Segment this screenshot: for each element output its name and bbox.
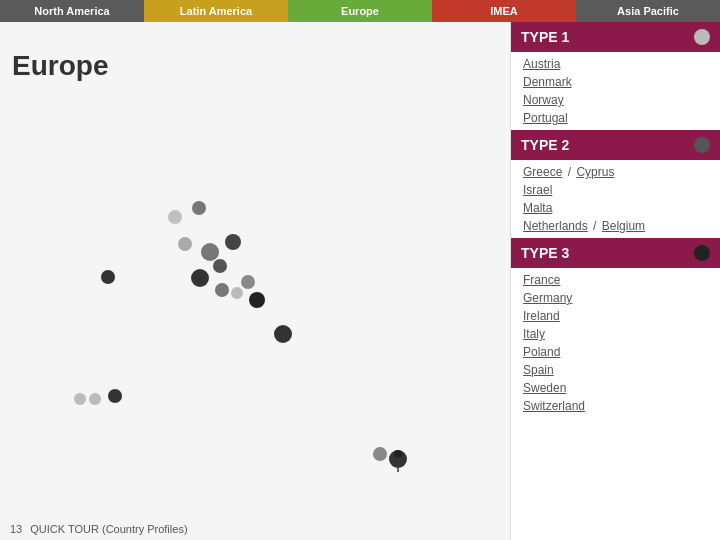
- country-ireland[interactable]: Ireland: [523, 307, 708, 325]
- dot-type3-1: [249, 292, 265, 308]
- nav-latin-america[interactable]: Latin America: [144, 0, 288, 22]
- type1-label: TYPE 1: [521, 29, 569, 45]
- country-netherlands: Netherlands: [523, 219, 588, 233]
- nav-north-america[interactable]: North America: [0, 0, 144, 22]
- dot-type2-3: [225, 234, 241, 250]
- dot-type2-8: [241, 275, 255, 289]
- nav-imea[interactable]: IMEA: [432, 0, 576, 22]
- country-malta[interactable]: Malta: [523, 199, 708, 217]
- dot-type3-2: [101, 270, 115, 284]
- dot-large-1: [274, 325, 292, 343]
- dot-type2-1: [178, 237, 192, 251]
- country-norway[interactable]: Norway: [523, 91, 708, 109]
- sidebar: TYPE 1 Austria Denmark Norway Portugal T…: [510, 22, 720, 540]
- country-portugal[interactable]: Portugal: [523, 109, 708, 127]
- dot-small-3: [108, 389, 122, 403]
- country-group-greece-cyprus[interactable]: Greece / Cyprus: [523, 163, 708, 181]
- dot-type2-7: [231, 287, 243, 299]
- nav-europe[interactable]: Europe: [288, 0, 432, 22]
- country-spain[interactable]: Spain: [523, 361, 708, 379]
- quick-tour-label[interactable]: QUICK TOUR (Country Profiles): [30, 523, 187, 535]
- slash-2: /: [590, 219, 600, 233]
- nav-asia-pacific[interactable]: Asia Pacific: [576, 0, 720, 22]
- bottom-bar: 13 QUICK TOUR (Country Profiles): [0, 518, 510, 540]
- dot-type2-5: [191, 269, 209, 287]
- country-poland[interactable]: Poland: [523, 343, 708, 361]
- country-greece: Greece: [523, 165, 562, 179]
- type1-dot: [694, 29, 710, 45]
- dot-small-2: [89, 393, 101, 405]
- pin-dot: [394, 450, 402, 458]
- page-number: 13: [10, 523, 22, 535]
- type2-header: TYPE 2: [511, 130, 720, 160]
- dot-type1-2: [192, 201, 206, 215]
- country-france[interactable]: France: [523, 271, 708, 289]
- country-israel[interactable]: Israel: [523, 181, 708, 199]
- dot-type1-1: [168, 210, 182, 224]
- top-navigation: North America Latin America Europe IMEA …: [0, 0, 720, 22]
- type2-country-list: Greece / Cyprus Israel Malta Netherlands…: [511, 160, 720, 238]
- dot-type2-4: [213, 259, 227, 273]
- type3-label: TYPE 3: [521, 245, 569, 261]
- country-cyprus: Cyprus: [576, 165, 614, 179]
- type3-header: TYPE 3: [511, 238, 720, 268]
- type3-dot: [694, 245, 710, 261]
- map-svg: [0, 22, 510, 518]
- type3-country-list: France Germany Ireland Italy Poland Spai…: [511, 268, 720, 418]
- country-austria[interactable]: Austria: [523, 55, 708, 73]
- country-italy[interactable]: Italy: [523, 325, 708, 343]
- dot-mid-1: [373, 447, 387, 461]
- type1-header: TYPE 1: [511, 22, 720, 52]
- country-sweden[interactable]: Sweden: [523, 379, 708, 397]
- country-germany[interactable]: Germany: [523, 289, 708, 307]
- country-denmark[interactable]: Denmark: [523, 73, 708, 91]
- dot-type2-2: [201, 243, 219, 261]
- country-belgium: Belgium: [602, 219, 645, 233]
- country-group-netherlands-belgium[interactable]: Netherlands / Belgium: [523, 217, 708, 235]
- type2-dot: [694, 137, 710, 153]
- slash-1: /: [564, 165, 574, 179]
- type2-label: TYPE 2: [521, 137, 569, 153]
- dot-type2-6: [215, 283, 229, 297]
- dot-small-1: [74, 393, 86, 405]
- country-switzerland[interactable]: Switzerland: [523, 397, 708, 415]
- type1-country-list: Austria Denmark Norway Portugal: [511, 52, 720, 130]
- map-area: Europe 13 QUICK TOUR (Country Profiles): [0, 22, 510, 540]
